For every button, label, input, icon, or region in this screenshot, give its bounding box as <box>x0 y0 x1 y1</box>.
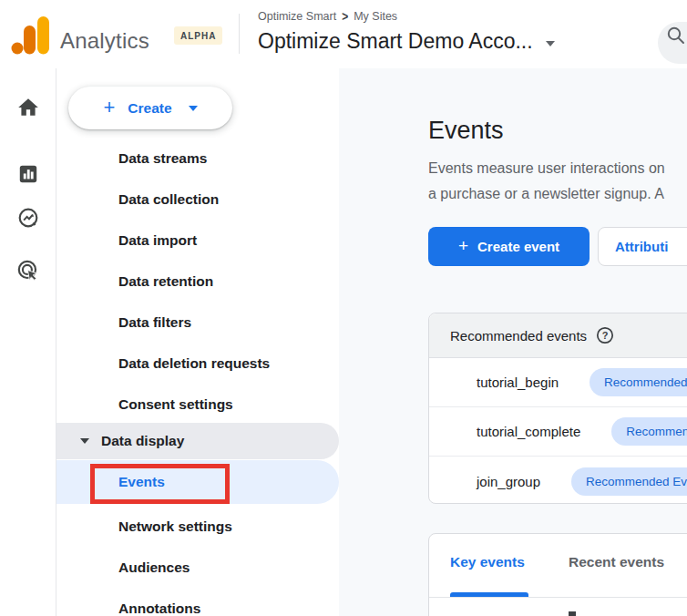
sidebar-group-label: Data display <box>101 433 184 449</box>
plus-icon: + <box>103 98 115 118</box>
search-icon[interactable] <box>666 26 686 46</box>
recommended-events-title: Recommended events <box>450 328 587 344</box>
sidebar-item-consent-settings[interactable]: Consent settings <box>56 384 339 425</box>
property-title[interactable]: Optimize Smart Demo Acco... <box>258 29 533 54</box>
sidebar-item-data-filters[interactable]: Data filters <box>56 302 339 343</box>
attribution-label: Attributi <box>615 239 668 254</box>
product-name[interactable]: Analytics <box>60 28 149 54</box>
alpha-badge: ALPHA <box>174 26 222 45</box>
event-name: tutorial_complete <box>477 424 580 439</box>
sidebar-item-data-deletion-requests[interactable]: Data deletion requests <box>56 343 339 384</box>
attribution-settings-button[interactable]: Attributi <box>598 227 687 266</box>
page-description-line2: a purchase or a newsletter signup. A <box>428 186 664 202</box>
breadcrumb-section[interactable]: My Sites <box>354 10 397 23</box>
sidebar-item-network-settings[interactable]: Network settings <box>56 506 339 547</box>
plus-icon: + <box>458 236 468 256</box>
tabs-divider <box>429 597 687 598</box>
sidebar-menu-top: Data streams Data collection Data import… <box>56 138 339 425</box>
recommended-badge: Recommen <box>611 417 687 446</box>
advertising-icon[interactable] <box>16 259 40 282</box>
page-title: Events <box>428 117 504 145</box>
chevron-down-icon <box>546 41 555 46</box>
tab-key-events[interactable]: Key events <box>450 554 525 570</box>
create-button[interactable]: + Create <box>68 87 232 129</box>
property-switcher[interactable]: Optimize Smart Demo Acco... <box>258 29 555 54</box>
home-icon[interactable] <box>16 96 40 119</box>
clipped-text-fragment <box>569 611 576 616</box>
event-name: join_group <box>477 474 540 489</box>
recommended-events-card: Recommended events ? tutorial_begin Reco… <box>428 313 687 504</box>
table-row[interactable]: join_group Recommended Eve <box>429 457 687 506</box>
header-divider <box>239 14 240 54</box>
breadcrumb-chevron-icon: > <box>342 8 348 25</box>
sidebar-item-data-streams[interactable]: Data streams <box>56 138 339 179</box>
sidebar-item-data-retention[interactable]: Data retention <box>56 261 339 302</box>
breadcrumb[interactable]: Optimize Smart > My Sites <box>258 10 397 23</box>
sidebar-item-data-import[interactable]: Data import <box>56 220 339 261</box>
create-event-label: Create event <box>477 239 559 254</box>
nav-rail <box>0 68 56 616</box>
help-icon[interactable]: ? <box>596 326 614 344</box>
reports-icon[interactable] <box>16 162 40 186</box>
app-header: Analytics ALPHA Optimize Smart > My Site… <box>0 0 687 68</box>
sidebar-menu-bottom: Network settings Audiences Annotations <box>56 506 339 616</box>
table-row[interactable]: tutorial_complete Recommen <box>429 407 687 457</box>
analytics-admin-page: Analytics ALPHA Optimize Smart > My Site… <box>0 0 687 616</box>
event-name: tutorial_begin <box>477 375 559 390</box>
recommended-badge: Recommended <box>590 368 687 396</box>
events-tabs-card: Key events Recent events <box>428 533 687 616</box>
recommended-events-header: Recommended events ? <box>429 313 687 358</box>
explore-icon[interactable] <box>16 206 40 230</box>
expand-caret-icon[interactable] <box>80 438 89 444</box>
recommended-badge: Recommended Eve <box>571 467 687 496</box>
chevron-down-icon <box>189 106 198 111</box>
tab-recent-events[interactable]: Recent events <box>569 554 664 570</box>
sidebar-item-annotations[interactable]: Annotations <box>56 588 339 616</box>
google-analytics-logo-icon[interactable] <box>9 13 51 56</box>
red-highlight-box <box>90 464 230 504</box>
sidebar-item-audiences[interactable]: Audiences <box>56 547 339 588</box>
sidebar-item-data-collection[interactable]: Data collection <box>56 179 339 220</box>
svg-text:?: ? <box>602 330 609 341</box>
breadcrumb-account[interactable]: Optimize Smart <box>258 10 336 23</box>
table-row[interactable]: tutorial_begin Recommended <box>429 358 687 407</box>
page-description-line1: Events measure user interactions on <box>428 160 665 177</box>
create-event-button[interactable]: + Create event <box>428 227 590 266</box>
create-button-label: Create <box>128 100 171 117</box>
sidebar-group-data-display[interactable]: Data display <box>56 423 339 459</box>
